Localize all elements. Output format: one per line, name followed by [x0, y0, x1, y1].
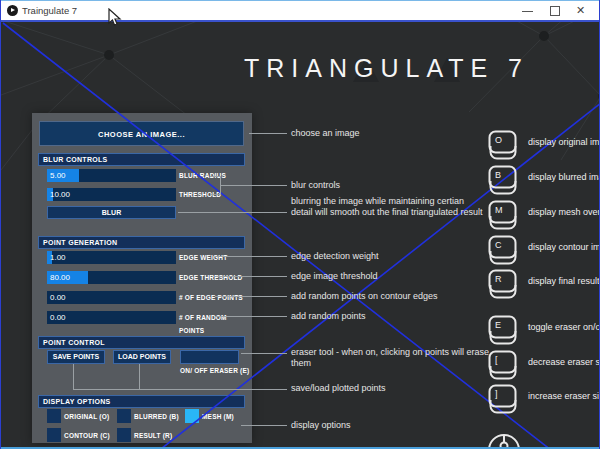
annotation-edge-points: add random points on contour edges — [291, 291, 438, 302]
callout-line — [215, 256, 287, 257]
annotation-display: display options — [291, 420, 351, 431]
svg-text:B: B — [495, 170, 501, 180]
shortcut-desc-o: display original image — [528, 137, 600, 147]
edge-points-slider[interactable]: 0.00 — [47, 291, 176, 304]
app-window: Traingulate 7 ✕ TRIANGULATE 7 CHOOSE AN … — [0, 0, 600, 449]
slider-value: 10.00 — [50, 188, 70, 201]
slider-value: 0.00 — [50, 311, 66, 324]
callout-line — [215, 296, 287, 297]
checkbox-mesh-label: MESH (M) — [202, 413, 234, 420]
svg-text:R: R — [495, 274, 502, 284]
minimize-button[interactable] — [513, 1, 543, 21]
annotation-random-points: add random points — [291, 311, 366, 322]
app-icon — [7, 5, 18, 16]
close-button[interactable]: ✕ — [567, 1, 597, 21]
key-o-icon: O — [488, 130, 518, 160]
point-generation-header: POINT GENERATION — [38, 236, 245, 249]
svg-text:M: M — [495, 205, 503, 215]
blur-radius-slider[interactable]: 5.00 — [47, 169, 176, 182]
eraser-toggle-button[interactable] — [180, 350, 239, 364]
slider-value: 1.00 — [50, 251, 66, 264]
load-points-button[interactable]: LOAD POINTS — [113, 350, 171, 364]
checkbox-original[interactable] — [47, 409, 61, 423]
key-bracket-right-icon: ] — [488, 384, 518, 414]
page-title: TRIANGULATE 7 — [244, 54, 529, 83]
callout-line — [178, 212, 287, 213]
edge-points-label: # OF EDGE POINTS — [179, 291, 249, 304]
display-options-header: DISPLAY OPTIONS — [38, 395, 245, 408]
callout-line — [210, 176, 220, 177]
checkbox-blurred-label: BLURRED (B) — [134, 413, 179, 420]
title-bar[interactable]: Traingulate 7 ✕ — [1, 0, 600, 20]
shortcut-desc-c: display contour image — [528, 242, 600, 252]
close-icon: ✕ — [576, 4, 585, 17]
edge-weight-slider[interactable]: 1.00 — [47, 251, 176, 264]
svg-text:]: ] — [495, 389, 498, 399]
checkbox-blurred[interactable] — [117, 409, 131, 423]
key-bracket-left-icon: [ — [488, 350, 518, 380]
svg-text:O: O — [495, 135, 502, 145]
accent-line-top — [1, 20, 600, 22]
minimize-icon — [522, 11, 533, 12]
checkbox-result[interactable] — [117, 428, 131, 442]
annotation-edge-weight: edge detection weight — [291, 251, 379, 262]
checkbox-contour[interactable] — [47, 428, 61, 442]
blur-controls-header: BLUR CONTROLS — [38, 153, 245, 166]
choose-image-button[interactable]: CHOOSE AN IMAGE... — [39, 121, 244, 146]
threshold-slider[interactable]: 10.00 — [47, 188, 176, 201]
shortcut-desc-bracket-left: decrease eraser size — [528, 357, 600, 367]
checkbox-original-label: ORIGINAL (O) — [64, 413, 109, 420]
callout-line — [73, 389, 287, 390]
random-points-slider[interactable]: 0.00 — [47, 311, 176, 324]
callout-line — [249, 133, 287, 134]
checkbox-result-label: RESULT (R) — [134, 432, 172, 439]
edge-threshold-label: EDGE THRESHOLD — [179, 271, 249, 284]
svg-text:E: E — [495, 320, 501, 330]
save-points-button[interactable]: SAVE POINTS — [47, 350, 105, 364]
shortcut-desc-e: toggle eraser on/off — [528, 322, 600, 332]
shortcut-desc-bracket-right: increase eraser size — [528, 391, 600, 401]
svg-text:C: C — [495, 240, 502, 250]
annotation-choose: choose an image — [291, 128, 360, 139]
annotation-blur: blur controls — [291, 180, 340, 191]
annotation-edge-threshold: edge image threshold — [291, 271, 378, 282]
key-e-icon: E — [488, 315, 518, 345]
key-m-icon: M — [488, 200, 518, 230]
mouse-cursor — [108, 8, 122, 27]
random-points-label: # OF RANDOM POINTS — [179, 311, 249, 337]
shortcut-desc-b: display blurred image — [528, 172, 600, 182]
callout-line — [241, 353, 287, 354]
control-panel: CHOOSE AN IMAGE... BLUR CONTROLS 5.00 BL… — [32, 113, 252, 443]
key-r-icon: R — [488, 269, 518, 299]
eraser-caption: ON/ OFF ERASER (E) — [180, 367, 249, 374]
annotation-eraser: eraser tool - when on, clicking on point… — [291, 347, 499, 368]
shortcut-desc-r: display final result — [528, 276, 600, 286]
callout-line — [215, 276, 287, 277]
callout-line — [73, 364, 74, 389]
edge-weight-label: EDGE WEIGHT — [179, 251, 249, 264]
annotation-save-load: save/load plotted points — [291, 383, 386, 394]
callout-line — [241, 425, 287, 426]
slider-value: 0.00 — [50, 291, 66, 304]
maximize-icon — [550, 6, 560, 16]
slider-value: 80.00 — [50, 271, 70, 284]
key-c-icon: C — [488, 235, 518, 265]
checkbox-mesh[interactable] — [185, 409, 199, 423]
slider-value: 5.00 — [50, 169, 66, 182]
window-title: Traingulate 7 — [22, 5, 77, 16]
checkbox-contour-label: CONTOUR (C) — [64, 432, 110, 439]
key-b-icon: B — [488, 165, 518, 195]
blur-button[interactable]: BLUR — [47, 206, 176, 219]
maximize-button[interactable] — [540, 1, 570, 21]
callout-line — [220, 185, 287, 186]
annotation-blur-note: blurring the image while maintaining cer… — [291, 196, 483, 217]
callout-line — [210, 194, 220, 195]
callout-line — [139, 364, 140, 389]
edge-threshold-slider[interactable]: 80.00 — [47, 271, 176, 284]
point-control-header: POINT CONTROL — [38, 336, 245, 349]
shortcut-desc-m: display mesh over original — [528, 207, 600, 217]
callout-line — [215, 316, 287, 317]
svg-text:[: [ — [495, 355, 498, 365]
